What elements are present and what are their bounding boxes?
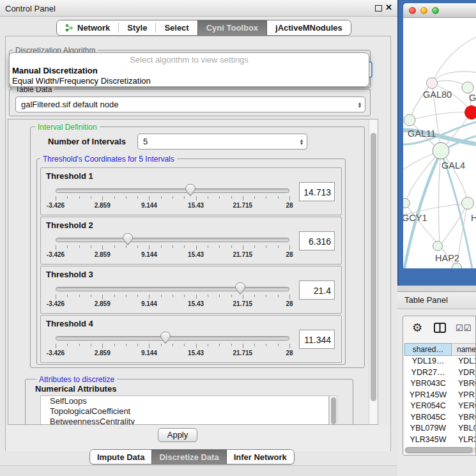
scrollbar-thumb[interactable] [371,133,376,401]
attributes-list-scrollbar[interactable] [329,395,337,425]
table-row[interactable]: YBR043CYBR04 [404,378,476,390]
cell-shared-name[interactable]: YER054C [404,401,452,412]
dropdown-option-manual-discretization[interactable]: Manual Discretization [12,66,98,75]
attribute-list-item[interactable]: BetweennessCentrality [41,417,328,425]
cell-name[interactable]: YBL07 [452,423,476,434]
tab-jactivemnodules[interactable]: jActiveMNodules [267,20,351,35]
cell-name[interactable]: YER05 [452,401,476,412]
tick-label: 28 [286,251,293,258]
minimize-traffic-light-icon[interactable] [420,7,427,14]
slider-ticks [56,295,289,300]
cell-shared-name[interactable]: YDR27… [404,367,452,379]
cell-name[interactable]: YDR27 [452,367,476,379]
network-canvas[interactable]: GAL80 GA GAL11 GAL4 GCY1 H HAP2 [403,18,476,268]
node-hap2[interactable] [433,242,443,251]
threshold-3-value-field[interactable]: 21.4 [299,280,335,300]
close-icon[interactable]: ✕ [385,3,392,12]
cell-name[interactable]: YBR04 [452,412,476,424]
attribute-list-item[interactable]: TopologicalCoefficient [41,406,328,417]
tab-style[interactable]: Style [119,20,155,35]
dropdown-option-equal-width[interactable]: Equal Width/Frequency Discretization [12,76,151,86]
slider-ticks [56,196,289,201]
threshold-4-slider-track[interactable] [56,336,289,341]
tab-infer-network[interactable]: Infer Network [227,450,294,464]
tick-label: 2.859 [95,349,111,357]
cell-name[interactable]: YPR14 [452,390,476,401]
cell-name[interactable]: YDL19 [452,356,476,367]
cell-name[interactable]: YBR04 [452,378,476,390]
edge [432,36,476,83]
threshold-1-panel: Threshold 1 -3.4262.8599.14415.4321.7152… [40,167,342,215]
column-header-shared-name[interactable]: shared… [404,343,452,356]
threshold-2-slider-thumb[interactable] [123,233,133,242]
threshold-1-value-field[interactable]: 14.713 [299,182,335,201]
threshold-1-slider-track[interactable] [56,188,289,193]
combo-arrows-icon: ▲▼ [355,102,365,108]
table-row[interactable]: YBL079WYBL07 [404,423,476,434]
select-columns-icon[interactable]: ☑☑ [456,323,472,333]
threshold-2-slider-track[interactable] [56,238,289,242]
tab-select[interactable]: Select [156,20,197,35]
table-horizontal-scrollbar[interactable] [404,447,475,454]
apply-button[interactable]: Apply [158,428,197,442]
cell-name[interactable]: YLR34 [452,434,476,446]
close-traffic-light-icon[interactable] [409,7,416,14]
tick-label: 28 [286,300,293,307]
number-of-intervals-value: 5 [138,137,296,146]
zoom-traffic-light-icon[interactable] [432,7,439,14]
cell-shared-name[interactable]: YLR345W [404,434,452,446]
column-header-name[interactable]: name [452,343,476,356]
tab-network[interactable]: Network [57,20,118,35]
threshold-1-slider-thumb[interactable] [185,184,196,192]
table-data-combobox[interactable]: galFiltered.sif default node ▲▼ [15,96,365,112]
tab-cyni-toolbox[interactable]: Cyni Toolbox [197,20,267,35]
threshold-3-slider-thumb[interactable] [235,282,245,291]
threshold-3-slider-track[interactable] [56,287,289,291]
tab-discretize-data[interactable]: Discretize Data [151,450,226,464]
cell-shared-name[interactable]: YPR145W [404,390,452,401]
tab-impute-data[interactable]: Impute Data [90,450,151,464]
attribute-list-item[interactable]: SelfLoops [41,396,328,406]
number-of-intervals-combobox[interactable]: 5 ▲▼ [137,134,307,150]
threshold-4-slider-thumb[interactable] [160,332,171,340]
dropdown-placeholder-option[interactable]: Select algorithm to view settings [10,55,369,65]
threshold-2-value-field[interactable]: 6.316 [299,231,335,250]
node-gal11[interactable] [404,114,415,126]
edge [410,112,472,121]
table-row[interactable]: YLR345WYLR34 [404,434,476,446]
scrollbar-thumb[interactable] [405,447,473,453]
cell-shared-name[interactable]: YDL19… [404,356,452,367]
slider-ticks [56,344,289,349]
cell-shared-name[interactable]: YBL079W [404,423,452,434]
tick-label: -3.426 [47,251,65,258]
network-graph: GAL80 GA GAL11 GAL4 GCY1 H HAP2 [403,18,476,268]
table-row[interactable]: YDL19…YDL19 [404,356,476,367]
node-red-selected[interactable] [465,106,476,119]
tick-label: 15.43 [188,349,204,357]
node-gal80[interactable] [427,78,438,89]
node-bottom-partial[interactable] [452,263,462,269]
settings-vertical-scrollbar[interactable] [369,119,378,424]
node-label-gal11: GAL11 [408,128,436,139]
node-gal4[interactable] [433,142,449,159]
control-panel-tabs: Network Style Select Cyni Toolbox jActiv… [56,20,351,36]
table-row[interactable]: YER054CYER05 [404,401,476,412]
settings-scroll-panel: Interval Definition Number of Intervals … [8,119,378,425]
table-row[interactable]: YBR045CYBR04 [404,412,476,424]
node-gcy1[interactable] [403,199,410,208]
gear-icon[interactable]: ⚙ [412,321,422,335]
table-row[interactable]: YDR27…YDR27 [404,367,476,379]
float-window-icon[interactable] [375,5,382,12]
network-window-titlebar[interactable] [403,3,476,18]
tick-label: 21.715 [233,251,253,258]
threshold-4-value-field[interactable]: 11.344 [299,330,335,349]
node-top-right[interactable] [462,82,473,93]
split-columns-icon[interactable] [434,323,446,335]
node-h[interactable] [462,197,474,210]
threshold-4-panel: Threshold 4 -3.4262.8599.14415.4321.7152… [40,315,342,363]
table-data-value: galFiltered.sif default node [16,100,355,109]
cell-shared-name[interactable]: YBR043C [404,378,452,390]
scrollbar-thumb[interactable] [331,397,336,424]
cell-shared-name[interactable]: YBR045C [404,412,452,424]
table-row[interactable]: YPR145WYPR14 [404,390,476,401]
